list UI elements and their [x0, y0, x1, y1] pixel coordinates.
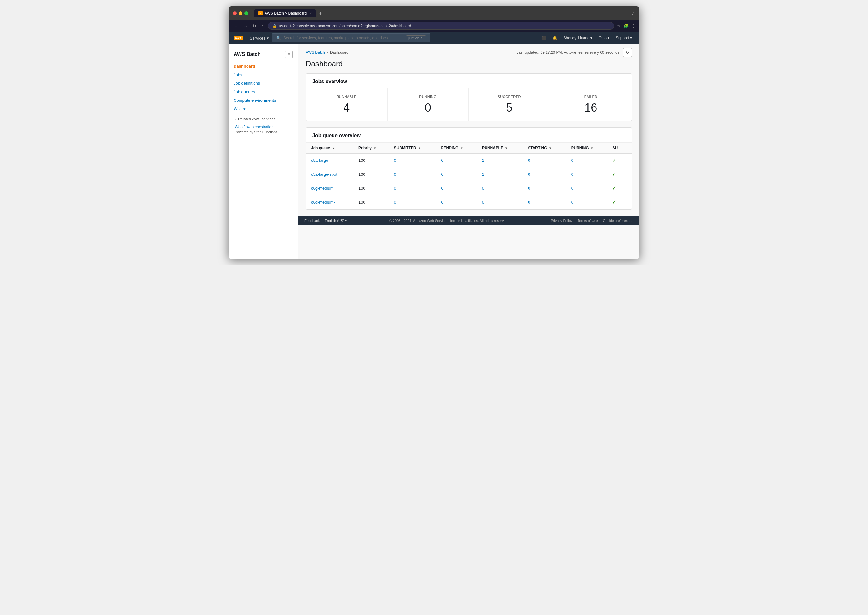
region-menu[interactable]: Ohio ▾: [596, 34, 612, 41]
global-search[interactable]: 🔍 [Option+S]: [272, 33, 430, 42]
refresh-button[interactable]: ↻: [623, 48, 632, 57]
sidebar-title: AWS Batch: [234, 52, 261, 57]
bell-icon[interactable]: 🔔: [550, 34, 560, 41]
extensions-icon[interactable]: 🧩: [623, 23, 629, 28]
close-button[interactable]: [233, 11, 237, 15]
region-chevron-icon: ▾: [607, 36, 609, 40]
user-menu[interactable]: Shengyi Huang ▾: [561, 34, 595, 41]
succeeded-value: 5: [476, 101, 542, 114]
search-input[interactable]: [284, 36, 404, 40]
workflow-label: Workflow orchestration: [235, 125, 293, 130]
sidebar: AWS Batch × Dashboard Jobs Job definitio…: [228, 44, 298, 259]
submitted-c6g-medium-spot[interactable]: 0: [389, 195, 436, 209]
job-queue-table: Job queue ▲ Priority ▾ SUBMITTED ▾ PENDI…: [306, 142, 632, 209]
terms-of-use-link[interactable]: Terms of Use: [578, 219, 598, 223]
col-running[interactable]: RUNNING ▾: [566, 142, 607, 154]
menu-icon[interactable]: ⋮: [631, 23, 636, 28]
search-shortcut: [Option+S]: [406, 35, 426, 41]
running-c6g-medium-spot[interactable]: 0: [566, 195, 607, 209]
priority-c5a-large-spot: 100: [353, 167, 389, 181]
sidebar-item-job-queues[interactable]: Job queues: [228, 87, 298, 96]
col-priority[interactable]: Priority ▾: [353, 142, 389, 154]
queue-name-c6g-medium[interactable]: c6g-medium: [306, 181, 353, 195]
starting-c6g-medium-spot[interactable]: 0: [523, 195, 566, 209]
running-c6g-medium[interactable]: 0: [566, 181, 607, 195]
stat-running: RUNNING 0: [387, 89, 469, 121]
submitted-sort-icon: ▾: [418, 146, 420, 150]
queue-name-c5a-large-spot[interactable]: c5a-large-spot: [306, 167, 353, 181]
col-submitted[interactable]: SUBMITTED ▾: [389, 142, 436, 154]
pending-c6g-medium[interactable]: 0: [436, 181, 477, 195]
aws-header: aws Services ▾ 🔍 [Option+S] ⬛ 🔔 Shengyi …: [228, 31, 640, 44]
active-tab[interactable]: A AWS Batch > Dashboard ×: [254, 9, 317, 17]
runnable-c6g-medium-spot[interactable]: 0: [477, 195, 523, 209]
services-chevron-icon: ▾: [267, 36, 269, 41]
privacy-policy-link[interactable]: Privacy Policy: [551, 219, 572, 223]
tab-close-icon[interactable]: ×: [310, 11, 312, 15]
col-pending[interactable]: PENDING ▾: [436, 142, 477, 154]
aws-logo: aws: [234, 36, 243, 41]
support-chevron-icon: ▾: [630, 36, 632, 40]
window-expand-icon[interactable]: ⤢: [631, 11, 635, 16]
pending-c5a-large-spot[interactable]: 0: [436, 167, 477, 181]
col-runnable[interactable]: RUNNABLE ▾: [477, 142, 523, 154]
pending-sort-icon: ▾: [461, 146, 462, 150]
sidebar-item-compute-environments[interactable]: Compute environments: [228, 96, 298, 105]
traffic-lights: [233, 11, 248, 15]
runnable-c5a-large-spot[interactable]: 1: [477, 167, 523, 181]
back-button[interactable]: ←: [232, 23, 239, 29]
sidebar-related-section: ▼ Related AWS services: [228, 113, 298, 123]
header-right: ⬛ 🔔 Shengyi Huang ▾ Ohio ▾ Support ▾: [539, 34, 634, 41]
running-label: RUNNING: [395, 95, 461, 98]
runnable-c6g-medium[interactable]: 0: [477, 181, 523, 195]
sidebar-item-job-definitions[interactable]: Job definitions: [228, 79, 298, 87]
queue-name-c5a-large[interactable]: c5a-large: [306, 154, 353, 167]
browser-toolbar: ← → ↻ ⌂ 🔒 us-east-2.console.aws.amazon.c…: [228, 20, 640, 31]
job-queue-table-container: Job queue ▲ Priority ▾ SUBMITTED ▾ PENDI…: [306, 142, 632, 209]
tab-label: AWS Batch > Dashboard: [265, 11, 307, 16]
forward-button[interactable]: →: [242, 23, 249, 29]
submitted-c6g-medium[interactable]: 0: [389, 181, 436, 195]
running-c5a-large-spot[interactable]: 0: [566, 167, 607, 181]
sidebar-close-button[interactable]: ×: [285, 51, 293, 58]
reload-button[interactable]: ↻: [251, 23, 258, 29]
submitted-c5a-large-spot[interactable]: 0: [389, 167, 436, 181]
starting-c6g-medium[interactable]: 0: [523, 181, 566, 195]
home-button[interactable]: ⌂: [260, 23, 265, 29]
new-tab-button[interactable]: +: [319, 11, 322, 16]
address-bar[interactable]: 🔒 us-east-2.console.aws.amazon.com/batch…: [268, 22, 614, 30]
col-job-queue[interactable]: Job queue ▲: [306, 142, 353, 154]
sidebar-item-jobs[interactable]: Jobs: [228, 70, 298, 79]
priority-c6g-medium: 100: [353, 181, 389, 195]
sidebar-item-dashboard[interactable]: Dashboard: [228, 62, 298, 70]
pending-c5a-large[interactable]: 0: [436, 154, 477, 167]
footer-left: Feedback English (US) ▾: [304, 219, 347, 223]
breadcrumb-parent[interactable]: AWS Batch: [306, 50, 325, 55]
sidebar-item-wizard[interactable]: Wizard: [228, 105, 298, 113]
maximize-button[interactable]: [244, 11, 248, 15]
language-selector[interactable]: English (US) ▾: [325, 219, 347, 223]
running-c5a-large[interactable]: 0: [566, 154, 607, 167]
lang-chevron-icon: ▾: [345, 219, 347, 223]
pending-c6g-medium-spot[interactable]: 0: [436, 195, 477, 209]
services-menu[interactable]: Services ▾: [247, 33, 272, 43]
user-name: Shengyi Huang: [564, 36, 590, 40]
cookie-preferences-link[interactable]: Cookie preferences: [603, 219, 633, 223]
jobs-overview-grid: RUNNABLE 4 RUNNING 0 SUCCEEDED 5 FAILED …: [306, 89, 632, 121]
queue-name-c6g-medium-spot[interactable]: c6g-medium-: [306, 195, 353, 209]
submitted-c5a-large[interactable]: 0: [389, 154, 436, 167]
col-starting[interactable]: STARTING ▾: [523, 142, 566, 154]
minimize-button[interactable]: [239, 11, 242, 15]
support-menu[interactable]: Support ▾: [613, 34, 634, 41]
feedback-link[interactable]: Feedback: [304, 219, 320, 223]
starting-c5a-large-spot[interactable]: 0: [523, 167, 566, 181]
collapse-triangle-icon[interactable]: ▼: [234, 117, 237, 121]
bookmark-icon[interactable]: ☆: [617, 23, 621, 28]
browser-titlebar: A AWS Batch > Dashboard × + ⤢: [228, 6, 640, 20]
refresh-info: Last updated: 09:27:20 PM. Auto-refreshe…: [516, 48, 632, 57]
breadcrumb-separator: ›: [327, 50, 328, 55]
starting-c5a-large[interactable]: 0: [523, 154, 566, 167]
runnable-c5a-large[interactable]: 1: [477, 154, 523, 167]
sidebar-item-workflow[interactable]: Workflow orchestration Powered by Step F…: [228, 123, 298, 136]
cloud-shell-button[interactable]: ⬛: [539, 34, 549, 41]
